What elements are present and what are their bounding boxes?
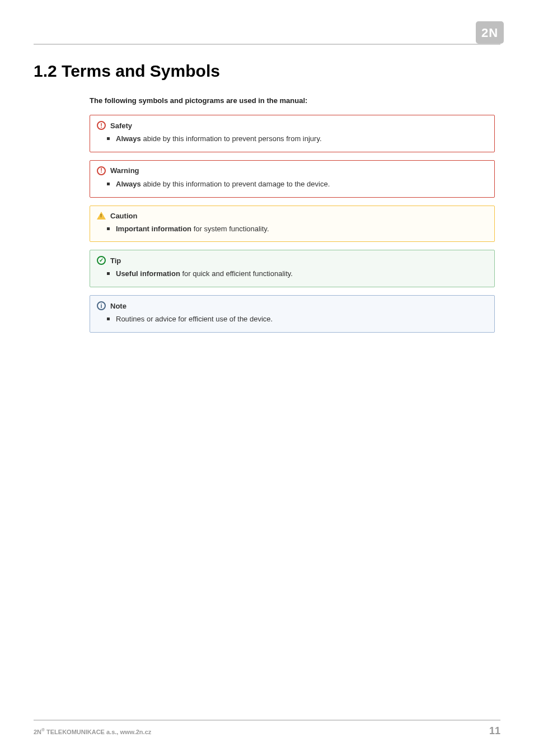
warning-icon: ! bbox=[97, 166, 106, 175]
callout-caution-bold: Important information bbox=[116, 225, 191, 233]
caution-icon bbox=[97, 212, 106, 220]
brand-logo-icon: 2N bbox=[476, 21, 504, 44]
callout-warning-title: Warning bbox=[110, 166, 139, 175]
callout-caution-item: Important information for system functio… bbox=[116, 223, 488, 235]
tip-icon bbox=[97, 256, 106, 265]
callout-tip-title: Tip bbox=[110, 256, 121, 265]
footer-left: 2N® TELEKOMUNIKACE a.s., www.2n.cz bbox=[34, 727, 151, 735]
callout-safety-text: abide by this information to prevent per… bbox=[141, 134, 322, 143]
callout-warning-item: Always abide by this information to prev… bbox=[116, 179, 488, 190]
callout-warning-text: abide by this information to prevent dam… bbox=[141, 180, 330, 188]
safety-icon: ! bbox=[97, 121, 106, 130]
callout-note-item: Routines or advice for efficient use of … bbox=[116, 314, 488, 325]
content-area: The following symbols and pictograms are… bbox=[34, 96, 500, 333]
callout-warning: ! Warning Always abide by this informati… bbox=[90, 160, 495, 198]
footer-brand: 2N bbox=[34, 729, 41, 735]
callout-caution: Caution Important information for system… bbox=[90, 206, 495, 242]
callout-safety: ! Safety Always abide by this informatio… bbox=[90, 115, 495, 152]
page-title: 1.2 Terms and Symbols bbox=[34, 62, 500, 81]
callout-note-text: Routines or advice for efficient use of … bbox=[116, 315, 273, 323]
note-icon: i bbox=[97, 301, 106, 310]
callout-safety-title: Safety bbox=[110, 122, 132, 130]
page-number: 11 bbox=[489, 725, 500, 737]
header-rule: 2N bbox=[34, 22, 500, 45]
callout-safety-item: Always abide by this information to prev… bbox=[116, 133, 488, 145]
callout-caution-title: Caution bbox=[110, 212, 137, 220]
callout-caution-text: for system functionality. bbox=[191, 225, 269, 233]
callout-warning-bold: Always bbox=[116, 180, 141, 188]
page-footer: 2N® TELEKOMUNIKACE a.s., www.2n.cz 11 bbox=[34, 720, 500, 737]
intro-text: The following symbols and pictograms are… bbox=[90, 96, 495, 105]
logo-text: 2N bbox=[481, 26, 498, 40]
callout-note: i Note Routines or advice for efficient … bbox=[90, 295, 495, 333]
callout-tip-item: Useful information for quick and efficie… bbox=[116, 268, 488, 280]
callout-tip-text: for quick and efficient functionality. bbox=[180, 269, 293, 278]
callout-note-title: Note bbox=[110, 302, 127, 310]
callout-tip-bold: Useful information bbox=[116, 269, 180, 278]
callout-safety-bold: Always bbox=[116, 134, 141, 143]
footer-company: TELEKOMUNIKACE a.s., www.2n.cz bbox=[45, 729, 151, 735]
callout-tip: Tip Useful information for quick and eff… bbox=[90, 250, 495, 287]
